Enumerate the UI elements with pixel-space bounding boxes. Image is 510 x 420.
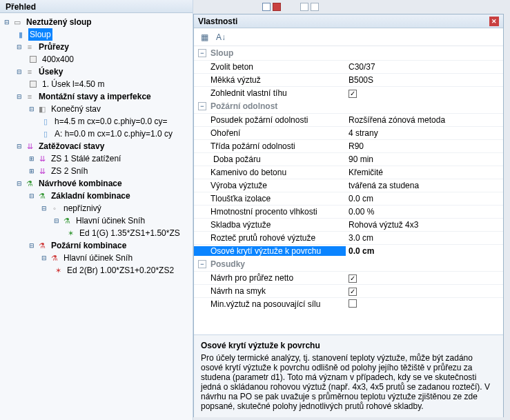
prop-posudek-odolnosti[interactable]: Posudek požární odolnosti Rozšířená zóno… xyxy=(194,113,503,126)
sort-az-icon[interactable]: A↓ xyxy=(215,31,227,43)
checkbox-checked-icon[interactable]: ✓ xyxy=(349,274,357,283)
tree-montazni[interactable]: ⊟ ≡ Montážní stavy a imperfekce xyxy=(3,90,193,103)
prop-ohoreni[interactable]: Ohoření 4 strany xyxy=(194,126,503,139)
tree-nepriznivy[interactable]: ⊟ ◦ nepříznivý xyxy=(3,202,193,214)
tree-konecny[interactable]: ⊟ ◧ Konečný stav xyxy=(3,103,193,115)
tree-zatezovaci[interactable]: ⊟ ⇊ Zatěžovací stavy xyxy=(3,140,193,152)
prop-value[interactable]: B500S xyxy=(346,75,503,85)
prop-value[interactable]: 0.0 cm xyxy=(346,246,503,256)
tree-label: Úseky xyxy=(37,66,64,78)
tree-hlavni[interactable]: ⊟ ⚗ Hlavní účinek Sníh xyxy=(3,214,193,227)
toggle-icon[interactable]: ⊟ xyxy=(15,68,23,76)
prop-value[interactable]: ✓ xyxy=(346,286,503,296)
collapse-icon[interactable]: − xyxy=(198,260,206,268)
prop-value[interactable]: 0.0 cm xyxy=(346,194,503,203)
stack-icon: ≡ xyxy=(24,66,35,77)
prop-hmot-procento[interactable]: Hmotnostní procento vlhkosti 0.00 % xyxy=(194,205,503,218)
checkbox-unchecked-icon[interactable] xyxy=(349,299,357,308)
categorized-view-icon[interactable]: ▦ xyxy=(198,31,210,43)
combo-icon: ⚗ xyxy=(61,215,72,226)
tree-label: Hlavní účinek Sníh xyxy=(62,252,134,264)
prop-value[interactable]: C30/37 xyxy=(346,62,503,72)
prop-value[interactable]: 3.0 cm xyxy=(346,233,503,243)
prop-value[interactable]: Rozšířená zónová metoda xyxy=(346,115,503,125)
collapse-icon[interactable]: − xyxy=(198,49,206,57)
toggle-icon[interactable]: ⊟ xyxy=(15,179,23,188)
tree-usek-item[interactable]: 1. Úsek l=4.50 m xyxy=(3,78,193,90)
tree-navrhove[interactable]: ⊟ ⚗ Návrhové kombinace xyxy=(3,177,193,190)
prop-value[interactable]: 0.00 % xyxy=(346,207,503,217)
column-icon: ▮ xyxy=(15,29,26,40)
tree-ed[interactable]: ✶ Ed 2(Br) 1.00*ZS1+0.20*ZS2 xyxy=(3,264,193,277)
tree-label: Průřezy xyxy=(37,41,70,53)
tab-marker-3[interactable] xyxy=(311,3,319,11)
prop-value[interactable]: ✓ xyxy=(346,88,503,98)
prop-value[interactable]: Křemičité xyxy=(346,168,503,177)
tree-konecny-param[interactable]: ▯ h=4.5 m cx=0.0 c.phiy=0.0 cy= xyxy=(3,115,193,128)
prop-value[interactable]: tvářená za studena xyxy=(346,181,503,190)
prop-kamenivo[interactable]: Kamenivo do betonu Křemičité xyxy=(194,166,503,179)
prop-mekka-vyztuz[interactable]: Měkká výztuž B500S xyxy=(194,73,503,86)
prop-tloustka-izolace[interactable]: Tloušťka izolace 0.0 cm xyxy=(194,192,503,205)
collapse-icon[interactable]: − xyxy=(198,102,206,110)
properties-grid[interactable]: − Sloup Zvolit beton C30/37 Měkká výztuž… xyxy=(194,46,503,334)
tree-hlavni[interactable]: ⊟ ⚗ Hlavní účinek Sníh xyxy=(3,252,193,264)
toggle-icon[interactable]: ⊟ xyxy=(15,92,23,101)
tab-marker-2[interactable] xyxy=(300,3,308,11)
toggle-icon[interactable]: ⊞ xyxy=(28,154,36,163)
toggle-icon[interactable]: ⊟ xyxy=(3,18,11,26)
tree-pozarni[interactable]: ⊟ ⚗ Požární kombinace xyxy=(3,239,193,252)
prop-value[interactable] xyxy=(346,299,503,310)
prop-value[interactable]: 90 min xyxy=(346,154,503,164)
prop-value[interactable]: R90 xyxy=(346,141,503,151)
close-icon[interactable]: ✕ xyxy=(489,17,499,26)
toggle-icon[interactable]: ⊞ xyxy=(28,167,36,175)
prop-trida-odolnosti[interactable]: Třída požární odolnosti R90 xyxy=(194,139,503,152)
tab-marker-close[interactable] xyxy=(273,3,281,11)
checkbox-checked-icon[interactable]: ✓ xyxy=(349,90,357,98)
properties-panel: Vlastnosti ✕ ▦ A↓ − Sloup Zvolit beton C… xyxy=(193,14,504,417)
bar-icon: ▯ xyxy=(40,128,51,139)
category-label: Sloup xyxy=(210,48,233,58)
tree-label: Požární kombinace xyxy=(50,239,128,252)
tree-zs-item[interactable]: ⊞ ⇊ ZS 2 Sníh xyxy=(3,165,193,177)
checkbox-checked-icon[interactable]: ✓ xyxy=(349,288,357,296)
toggle-icon[interactable]: ⊟ xyxy=(28,192,36,200)
toggle-icon[interactable]: ⊟ xyxy=(40,204,48,212)
overview-tree[interactable]: ⊟ ▭ Neztužený sloup ▮ Sloup ⊟ ≡ Průřezy … xyxy=(0,13,193,277)
category-posudky[interactable]: − Posudky xyxy=(194,257,503,271)
prop-zohlednit-tihu[interactable]: Zohlednit vlastní tíhu ✓ xyxy=(194,86,503,99)
toggle-icon[interactable]: ⊟ xyxy=(40,254,48,262)
tree-zakladni[interactable]: ⊟ ⚗ Základní kombinace xyxy=(3,190,193,202)
tree-root[interactable]: ⊟ ▭ Neztužený sloup xyxy=(3,16,193,28)
stack-icon: ≡ xyxy=(24,41,35,52)
toggle-icon[interactable]: ⊟ xyxy=(28,241,36,250)
tree-sloup[interactable]: ▮ Sloup xyxy=(3,28,193,41)
tab-marker-1[interactable] xyxy=(262,3,271,11)
tree-ed[interactable]: ✶ Ed 1(G) 1.35*ZS1+1.50*ZS xyxy=(3,227,193,239)
prop-vyroba-vyztuze[interactable]: Výroba výztuže tvářená za studena xyxy=(194,179,503,192)
prop-value[interactable]: 4 strany xyxy=(346,128,503,138)
tree-zs-item[interactable]: ⊞ ⇊ ZS 1 Stálé zatížení xyxy=(3,152,193,165)
prop-roztec-prutu[interactable]: Rozteč prutů rohové výztuže 3.0 cm xyxy=(194,231,503,244)
prop-osove-kryti[interactable]: Osové krytí výztuže k povrchu 0.0 cm xyxy=(194,244,503,257)
toggle-icon[interactable]: ⊟ xyxy=(52,217,61,225)
prop-doba-pozaru[interactable]: Doba požáru 90 min xyxy=(194,152,503,166)
tree-label: Konečný stav xyxy=(50,103,102,115)
tree-prurezy[interactable]: ⊟ ≡ Průřezy xyxy=(3,41,193,53)
prop-value[interactable]: Rohová výztuž 4x3 xyxy=(346,220,503,230)
prop-value[interactable]: ✓ xyxy=(346,273,503,283)
prop-navrh-smyk[interactable]: Návrh na smyk ✓ xyxy=(194,284,503,297)
prop-min-vyztuz[interactable]: Min.výztuž na posouvající sílu xyxy=(194,297,503,310)
prop-zvolit-beton[interactable]: Zvolit beton C30/37 xyxy=(194,60,503,73)
prop-navrh-prurez[interactable]: Návrh pro průřez netto ✓ xyxy=(194,271,503,284)
tree-konecny-param[interactable]: ▯ A: h=0.0 m cx=1.0 c.phiy=1.0 cy xyxy=(3,128,193,140)
tree-useky[interactable]: ⊟ ≡ Úseky xyxy=(3,66,193,78)
category-pozarni[interactable]: − Požární odolnost xyxy=(194,99,503,113)
tree-prurez-item[interactable]: 400x400 xyxy=(3,53,193,66)
prop-skladba-vyztuze[interactable]: Skladba výztuže Rohová výztuž 4x3 xyxy=(194,218,503,231)
category-sloup[interactable]: − Sloup xyxy=(194,46,503,60)
toggle-icon[interactable]: ⊟ xyxy=(28,105,36,113)
toggle-icon[interactable]: ⊟ xyxy=(15,142,23,150)
toggle-icon[interactable]: ⊟ xyxy=(15,43,23,51)
